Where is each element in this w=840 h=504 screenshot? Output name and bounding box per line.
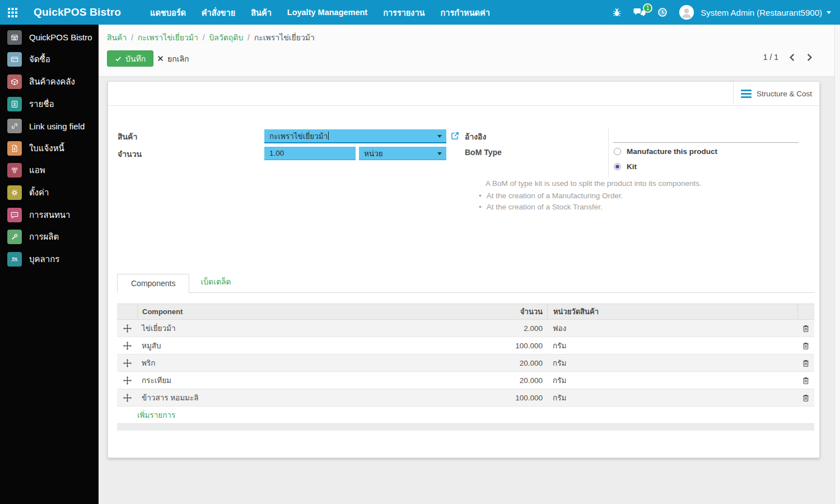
sidebar-item[interactable]: ตั้งค่า	[0, 181, 99, 204]
component-qty[interactable]: 100.000	[363, 342, 547, 350]
component-qty[interactable]: 2.000	[363, 324, 547, 333]
apps-grid-icon[interactable]	[0, 0, 25, 25]
component-row[interactable]: พริก 20.000 กรัม	[117, 354, 814, 372]
component-uom[interactable]: กรัม	[547, 391, 797, 404]
component-row[interactable]: กระเทียม 20.000 กรัม	[117, 372, 814, 389]
component-uom[interactable]: กรัม	[547, 357, 797, 369]
component-uom[interactable]: กรัม	[547, 339, 797, 352]
uom-select[interactable]: หน่วย	[359, 147, 446, 160]
component-qty[interactable]: 100.000	[363, 394, 547, 402]
sidebar-item[interactable]: บุคลากร	[0, 248, 99, 270]
activities-clock-icon[interactable]	[657, 7, 668, 18]
employees-icon	[7, 252, 22, 267]
pager-previous-icon[interactable]	[788, 53, 796, 62]
messages-badge: 1	[643, 3, 652, 13]
drag-handle-icon[interactable]	[117, 376, 137, 385]
sidebar-item[interactable]: Link using field	[0, 115, 99, 137]
header-uom[interactable]: หน่วยวัดสินค้า	[547, 304, 797, 319]
component-name[interactable]: ข้าวสาร หอมมะลิ	[137, 391, 363, 404]
component-qty[interactable]: 20.000	[363, 359, 547, 367]
form-statusbar: Structure & Cost	[108, 82, 819, 106]
sidebar-item[interactable]: สินค้าคงคลัง	[0, 71, 99, 93]
pager: 1 / 1	[763, 53, 813, 62]
top-navbar: QuickPOS Bistro แดชบอร์ดคำสั่งขายสินค้าL…	[0, 0, 840, 25]
component-uom[interactable]: กรัม	[547, 374, 797, 386]
trash-icon[interactable]	[797, 359, 814, 367]
drag-handle-icon[interactable]	[117, 342, 137, 350]
component-qty[interactable]: 20.000	[363, 376, 547, 385]
top-menu-item[interactable]: สินค้า	[251, 6, 272, 19]
avatar[interactable]	[679, 5, 694, 20]
structure-cost-button[interactable]: Structure & Cost	[733, 82, 819, 106]
quantity-input[interactable]: 1.00	[264, 147, 356, 160]
top-menu-item[interactable]: Loyalty Management	[287, 8, 367, 17]
component-row[interactable]: ข้าวสาร หอมมะลิ 100.000 กรัม	[117, 389, 814, 407]
top-menu-item[interactable]: คำสั่งขาย	[202, 6, 235, 19]
bom-type-kit-option[interactable]: Kit	[614, 162, 637, 171]
breadcrumb-item[interactable]: กะเพราไข่เยี่ยวม้า	[254, 33, 315, 42]
header-quantity[interactable]: จำนวน	[363, 304, 547, 319]
reference-label: อ้างอิง	[465, 130, 486, 143]
sidebar-item[interactable]: รายชื่อ	[0, 93, 99, 115]
top-menu-item[interactable]: การกำหนดค่า	[440, 6, 489, 19]
top-menu-item[interactable]: การรายงาน	[383, 6, 424, 19]
chevron-down-icon	[437, 135, 442, 138]
product-label: สินค้า	[118, 130, 137, 143]
discard-button[interactable]: ยกเลิก	[153, 50, 194, 67]
bom-type-label: BoM Type	[465, 148, 502, 157]
component-name[interactable]: ไข่เยี่ยวม้า	[137, 322, 363, 334]
tab-components[interactable]: Components	[117, 274, 189, 293]
component-name[interactable]: พริก	[137, 357, 363, 369]
breadcrumb-item[interactable]: บิลวัตถุดิบ	[209, 33, 254, 42]
top-menu-item[interactable]: แดชบอร์ด	[150, 6, 186, 19]
breadcrumb-item[interactable]: สินค้า	[107, 33, 138, 42]
sidebar: QuickPOS Bistro จัดซื้อ สินค้าคงคลัง ราย…	[0, 25, 99, 504]
debug-bug-icon[interactable]	[612, 7, 622, 18]
trash-icon[interactable]	[797, 324, 814, 333]
header-component[interactable]: Component	[137, 304, 363, 319]
quantity-value: 1.00	[269, 149, 284, 157]
reference-input[interactable]	[613, 129, 799, 143]
brand-title[interactable]: QuickPOS Bistro	[34, 6, 121, 18]
radio-checked-icon	[614, 163, 621, 170]
save-button[interactable]: บันทึก	[107, 50, 153, 67]
uom-value: หน่วย	[364, 147, 383, 160]
breadcrumb-item[interactable]: กะเพราไข่เยี่ยวม้า	[138, 33, 209, 42]
drag-handle-icon[interactable]	[117, 324, 137, 333]
drag-handle-icon[interactable]	[117, 359, 137, 367]
vertical-scrollbar[interactable]	[834, 25, 840, 504]
notebook-tabs: Components เบ็ดเตล็ด	[117, 274, 814, 293]
product-value: กะเพราไข่เยี่ยวม้า	[269, 130, 328, 142]
trash-icon[interactable]	[797, 394, 814, 402]
purchase-card-icon	[7, 52, 22, 67]
component-row[interactable]: หมูสับ 100.000 กรัม	[117, 337, 814, 354]
structure-cost-label: Structure & Cost	[757, 90, 812, 98]
sidebar-item-label: Link using field	[29, 122, 85, 131]
kit-option-label: Kit	[627, 162, 637, 171]
sidebar-item[interactable]: ใบแจ้งหนี้	[0, 137, 99, 160]
product-combobox[interactable]: กะเพราไข่เยี่ยวม้า	[264, 129, 446, 143]
drag-handle-icon[interactable]	[117, 394, 137, 402]
trash-icon[interactable]	[797, 376, 814, 385]
tab-miscellaneous[interactable]: เบ็ดเตล็ด	[189, 271, 242, 292]
list-icon	[741, 90, 752, 98]
sidebar-item-label: ใบแจ้งหนี้	[29, 142, 64, 155]
component-name[interactable]: หมูสับ	[137, 339, 363, 352]
sidebar-item[interactable]: แอพ	[0, 160, 99, 182]
sidebar-item[interactable]: การสนทนา	[0, 204, 99, 226]
chevron-down-icon	[437, 152, 442, 155]
component-name[interactable]: กระเทียม	[137, 374, 363, 386]
pager-next-icon[interactable]	[806, 53, 813, 62]
bom-type-manufacture-option[interactable]: Manufacture this product	[614, 147, 717, 156]
sidebar-item[interactable]: QuickPOS Bistro	[0, 26, 99, 49]
external-link-icon[interactable]	[451, 132, 459, 140]
sidebar-item[interactable]: จัดซื้อ	[0, 49, 99, 71]
trash-icon[interactable]	[797, 342, 814, 350]
sidebar-item[interactable]: การผลิต	[0, 226, 99, 248]
messages-icon[interactable]: 1	[633, 7, 646, 18]
help-bullet: At the creation of a Stock Transfer.	[479, 202, 741, 213]
add-line-link[interactable]: เพิ่มรายการ	[137, 409, 175, 421]
component-row[interactable]: ไข่เยี่ยวม้า 2.000 ฟอง	[117, 320, 814, 337]
user-menu[interactable]: System Admin (Restaurant5900)	[701, 8, 822, 17]
component-uom[interactable]: ฟอง	[547, 322, 797, 334]
